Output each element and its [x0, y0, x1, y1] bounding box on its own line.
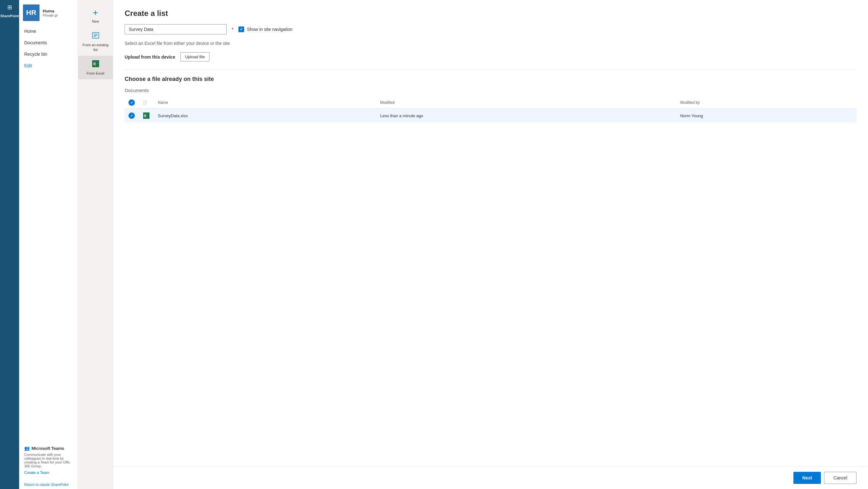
teams-icon: 👥 [24, 446, 30, 451]
cancel-button[interactable]: Cancel [824, 472, 857, 484]
show-in-nav-checkbox[interactable] [239, 27, 244, 32]
show-in-nav-row: Show in site navigation [239, 27, 292, 32]
app-nav-bar: ⊞ SharePoint [0, 0, 19, 489]
excel-nav-icon: X [92, 60, 100, 70]
upload-label: Upload from this device [125, 55, 175, 60]
svg-text:X: X [144, 114, 146, 118]
show-in-nav-label: Show in site navigation [247, 27, 292, 32]
select-all-checkbox[interactable] [128, 99, 135, 106]
site-info: Huma Private gr [43, 9, 58, 17]
upload-file-button[interactable]: Upload file [180, 52, 210, 62]
file-name-cell: SurveyData.xlsx [158, 113, 372, 118]
nav-new[interactable]: + New [78, 4, 113, 27]
svg-text:X: X [93, 62, 96, 66]
secondary-nav: + New From an existing list X From Excel [78, 0, 113, 489]
page-title: Create a list [125, 9, 857, 18]
nav-item-recycle[interactable]: Recycle bin [19, 48, 78, 60]
nav-from-excel[interactable]: X From Excel [78, 56, 113, 79]
file-modified-by: Norm Young [676, 109, 857, 123]
subtitle: Select an Excel file from either your de… [125, 41, 857, 46]
nav-item-home[interactable]: Home [19, 26, 78, 37]
nav-from-existing[interactable]: From an existing list [78, 27, 113, 56]
site-icon: HR [23, 4, 39, 21]
main-content: Create a list * Show in site navigation … [113, 0, 868, 489]
waffle-icon[interactable]: ⊞ [7, 4, 12, 11]
file-icon-header: 📄 [139, 97, 154, 109]
file-table: 📄 Name Modified Modified by [125, 97, 857, 123]
nav-from-excel-label: From Excel [87, 71, 104, 75]
app-name: SharePoint [0, 14, 19, 18]
row-select-checkbox[interactable] [128, 112, 135, 119]
file-type-icon: X [143, 112, 150, 120]
ms-teams-title: 👥 Microsoft Teams [24, 446, 73, 451]
modified-column-header: Modified [376, 97, 676, 109]
list-icon [92, 31, 100, 41]
site-nav-bottom: 👥 Microsoft Teams Communicate with your … [19, 441, 78, 480]
file-modified: Less than a minute ago [376, 109, 676, 123]
file-icon-header-icon: 📄 [143, 100, 147, 105]
site-type: Private gr [43, 13, 58, 17]
nav-item-documents[interactable]: Documents [19, 37, 78, 48]
documents-heading: Documents [125, 88, 857, 93]
action-bar: Next Cancel [113, 466, 868, 489]
nav-item-edit[interactable]: Edit [19, 60, 78, 71]
choose-heading: Choose a file already on this site [125, 76, 857, 83]
divider [125, 69, 857, 69]
nav-new-label: New [92, 19, 99, 24]
return-to-classic-link[interactable]: Return to classic SharePoint [19, 480, 78, 489]
site-nav: HR Huma Private gr Home Documents Recycl… [19, 0, 78, 489]
site-name: Huma [43, 9, 58, 13]
modified-by-column-header: Modified by [676, 97, 857, 109]
plus-icon: + [93, 8, 98, 18]
upload-section: Upload from this device Upload file [125, 52, 857, 62]
table-row[interactable]: X SurveyData.xlsx Less than a minute ago… [125, 109, 857, 123]
site-header: HR Huma Private gr [19, 0, 78, 26]
list-name-row: * Show in site navigation [125, 24, 857, 34]
required-star: * [232, 27, 233, 32]
list-name-input[interactable] [125, 24, 227, 34]
file-name: SurveyData.xlsx [158, 113, 188, 118]
nav-from-existing-label: From an existing list [81, 43, 110, 52]
ms-teams-description: Communicate with your colleagues in real… [24, 453, 73, 468]
create-team-link[interactable]: Create a Team [24, 470, 73, 475]
next-button[interactable]: Next [794, 472, 821, 484]
name-column-header: Name [154, 97, 376, 109]
